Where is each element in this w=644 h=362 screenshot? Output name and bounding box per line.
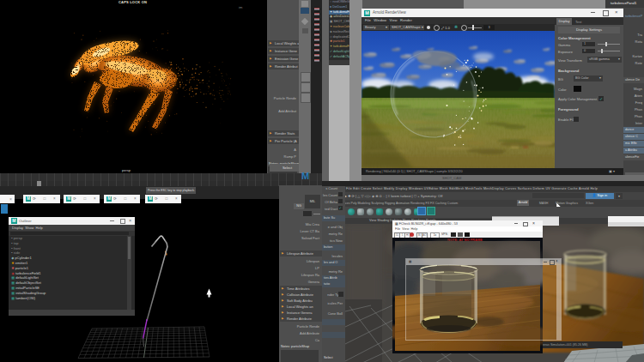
svg-text:NOTE: AT NO FRAME: NOTE: AT NO FRAME	[447, 238, 483, 242]
